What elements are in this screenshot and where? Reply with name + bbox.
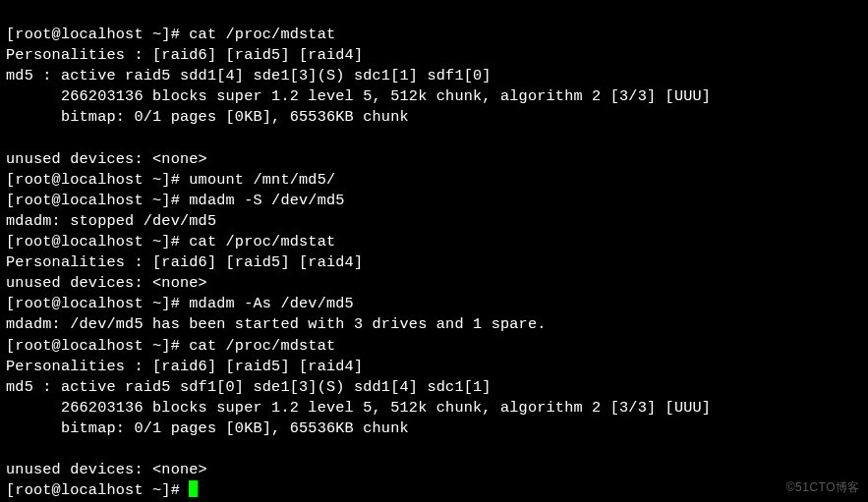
output-line: mdadm: /dev/md5 has been started with 3 …: [6, 315, 547, 333]
output-line: bitmap: 0/1 pages [0KB], 65536KB chunk: [6, 108, 409, 126]
cursor[interactable]: [189, 480, 198, 497]
prompt: [root@localhost ~]#: [6, 26, 189, 43]
prompt: [root@localhost ~]#: [6, 295, 189, 312]
command: cat /proc/mdstat: [189, 233, 335, 251]
output-line: Personalities : [raid6] [raid5] [raid4]: [6, 46, 363, 64]
output-line: md5 : active raid5 sdd1[4] sde1[3](S) sd…: [6, 67, 492, 84]
command: umount /mnt/md5/: [189, 171, 335, 189]
command: mdadm -As /dev/md5: [189, 295, 354, 312]
watermark: ©51CTO博客: [786, 479, 860, 496]
output-line: unused devices: <none>: [6, 150, 207, 168]
terminal-output: [root@localhost ~]# cat /proc/mdstat Per…: [0, 0, 868, 502]
command: cat /proc/mdstat: [189, 337, 335, 355]
prompt: [root@localhost ~]#: [6, 171, 189, 189]
prompt: [root@localhost ~]#: [6, 337, 189, 355]
command: mdadm -S /dev/md5: [189, 192, 344, 209]
output-line: Personalities : [raid6] [raid5] [raid4]: [6, 358, 363, 375]
prompt: [root@localhost ~]#: [6, 192, 189, 209]
output-line: Personalities : [raid6] [raid5] [raid4]: [6, 253, 363, 271]
command: cat /proc/mdstat: [189, 26, 335, 43]
prompt: [root@localhost ~]#: [6, 481, 189, 499]
output-line: unused devices: <none>: [6, 274, 207, 292]
output-line: unused devices: <none>: [6, 461, 207, 478]
output-line: md5 : active raid5 sdf1[0] sde1[3](S) sd…: [6, 378, 492, 396]
prompt: [root@localhost ~]#: [6, 233, 189, 251]
output-line: mdadm: stopped /dev/md5: [6, 212, 216, 230]
output-line: 266203136 blocks super 1.2 level 5, 512k…: [6, 399, 711, 417]
output-line: 266203136 blocks super 1.2 level 5, 512k…: [6, 87, 711, 105]
output-line: bitmap: 0/1 pages [0KB], 65536KB chunk: [6, 419, 409, 437]
